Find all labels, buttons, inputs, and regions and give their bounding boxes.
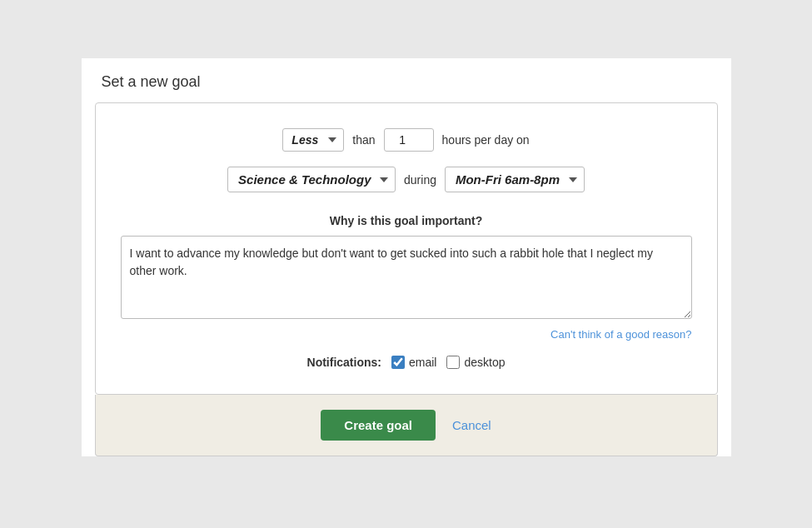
- than-text: than: [352, 133, 375, 147]
- row-two: Science & Technology Social Media News E…: [121, 167, 692, 192]
- goal-question: Why is this goal important?: [121, 214, 692, 227]
- desktop-checkbox[interactable]: [446, 356, 460, 369]
- goal-textarea[interactable]: I want to advance my knowledge but don't…: [121, 236, 692, 319]
- dialog: Set a new goal Less More than hours per …: [82, 58, 731, 456]
- email-label: email: [409, 356, 436, 369]
- cant-think-link[interactable]: Can't think of a good reason?: [121, 328, 692, 341]
- hours-input[interactable]: [384, 128, 434, 152]
- page-wrapper: Set a new goal Less More than hours per …: [82, 58, 731, 470]
- hours-per-day-text: hours per day on: [442, 133, 530, 147]
- textarea-container: I want to advance my knowledge but don't…: [121, 236, 692, 321]
- cancel-link[interactable]: Cancel: [452, 418, 491, 432]
- notifications-label: Notifications:: [307, 356, 381, 369]
- create-goal-button[interactable]: Create goal: [321, 410, 436, 441]
- dialog-title: Set a new goal: [82, 58, 731, 102]
- comparison-select[interactable]: Less More: [282, 128, 344, 152]
- schedule-select[interactable]: Mon-Fri 6am-8pm Weekdays Weekends Every …: [445, 167, 585, 192]
- dialog-body: Less More than hours per day on Science …: [95, 102, 718, 395]
- email-checkbox[interactable]: [391, 356, 405, 369]
- row-one: Less More than hours per day on: [121, 128, 692, 152]
- during-text: during: [404, 173, 436, 187]
- email-checkbox-label[interactable]: email: [391, 356, 436, 369]
- dialog-footer: Create goal Cancel: [95, 395, 718, 456]
- desktop-label: desktop: [464, 356, 505, 369]
- category-select[interactable]: Science & Technology Social Media News E…: [227, 167, 396, 192]
- desktop-checkbox-label[interactable]: desktop: [446, 356, 505, 369]
- notifications-row: Notifications: email desktop: [121, 356, 692, 369]
